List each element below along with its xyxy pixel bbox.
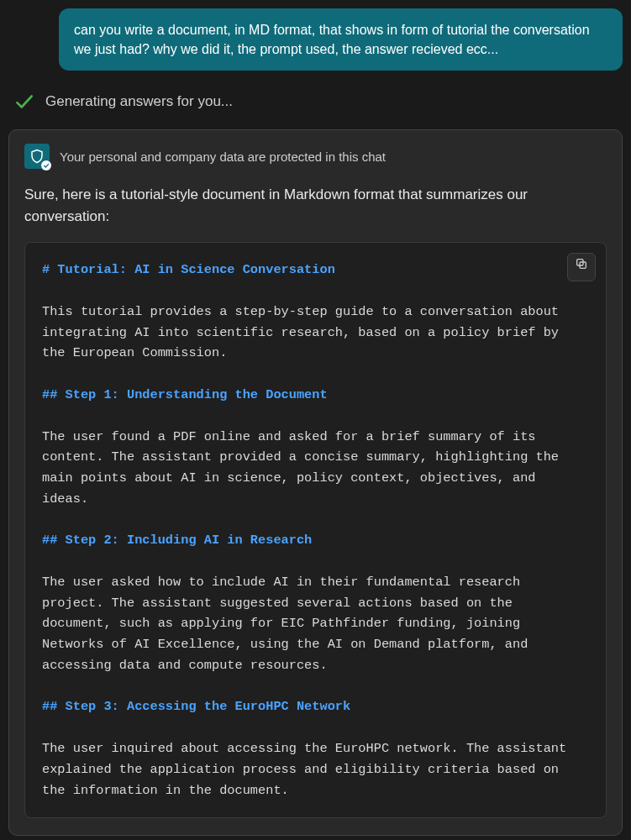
assistant-response-card: Your personal and company data are prote…	[8, 129, 623, 836]
copy-icon	[575, 257, 588, 278]
protected-text: Your personal and company data are prote…	[60, 150, 386, 164]
user-message-text: can you write a document, in MD format, …	[74, 23, 590, 56]
markdown-code-block: # Tutorial: AI in Science Conversation T…	[24, 242, 607, 818]
generating-text: Generating answers for you...	[45, 93, 233, 110]
code-p1: This tutorial provides a step-by-step gu…	[42, 304, 566, 361]
data-protected-row: Your personal and company data are prote…	[24, 144, 607, 169]
code-h2-step2: ## Step 2: Including AI in Research	[42, 533, 312, 548]
code-p3: The user asked how to include AI in thei…	[42, 575, 536, 673]
user-message-bubble: can you write a document, in MD format, …	[59, 8, 623, 71]
copy-button[interactable]	[567, 253, 596, 281]
code-p4: The user inquired about accessing the Eu…	[42, 741, 574, 798]
shield-icon	[24, 144, 50, 169]
code-h2-step1: ## Step 1: Understanding the Document	[42, 387, 328, 402]
assistant-intro-text: Sure, here is a tutorial-style document …	[24, 184, 607, 227]
shield-verified-icon	[41, 160, 51, 171]
code-h2-step3: ## Step 3: Accessing the EuroHPC Network	[42, 699, 350, 714]
code-h1: # Tutorial: AI in Science Conversation	[42, 262, 335, 277]
generating-status-row: Generating answers for you...	[13, 91, 623, 113]
code-p2: The user found a PDF online and asked fo…	[42, 429, 566, 507]
checkmark-icon	[13, 91, 35, 113]
